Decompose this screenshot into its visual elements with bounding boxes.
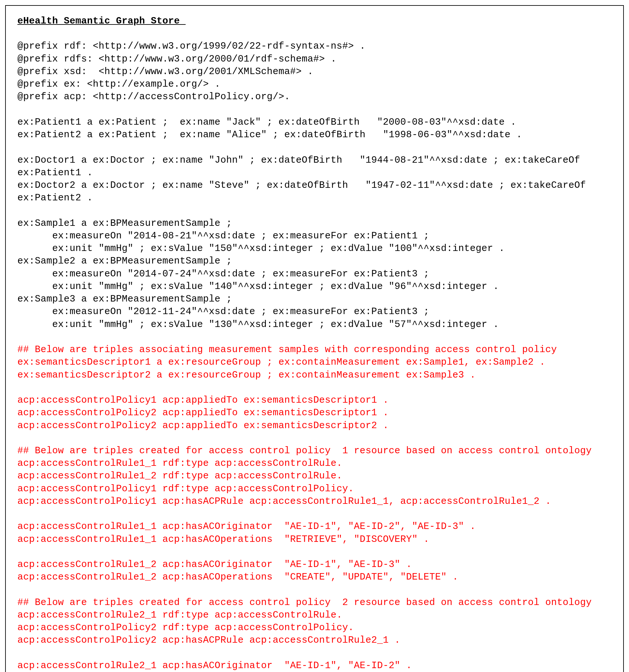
code-line: acp:accessControlRule1_1 acp:hasACOperat… bbox=[17, 534, 429, 545]
code-line: ex:Doctor1 a ex:Doctor ; ex:name "John" … bbox=[17, 154, 580, 166]
code-line: ex:Patient1 . bbox=[17, 167, 93, 178]
code-line: ex:Doctor2 a ex:Doctor ; ex:name "Steve"… bbox=[17, 180, 586, 191]
code-line: acp:accessControlPolicy1 acp:appliedTo e… bbox=[17, 394, 389, 406]
code-line: acp:accessControlRule1_2 acp:hasACOrigin… bbox=[17, 559, 412, 570]
code-line: ex:unit "mmHg" ; ex:sValue "150"^^xsd:in… bbox=[17, 243, 505, 254]
code-line: @prefix rdfs: <http://www.w3.org/2000/01… bbox=[17, 53, 336, 65]
code-line: ex:Patient2 a ex:Patient ; ex:name "Alic… bbox=[17, 129, 522, 140]
code-line: acp:accessControlRule2_1 rdf:type acp:ac… bbox=[17, 609, 342, 621]
code-line: ex:unit "mmHg" ; ex:sValue "130"^^xsd:in… bbox=[17, 319, 499, 330]
code-line: ex:unit "mmHg" ; ex:sValue "140"^^xsd:in… bbox=[17, 281, 499, 292]
code-line: ex:Patient1 a ex:Patient ; ex:name "Jack… bbox=[17, 117, 516, 127]
code-line: ## Below are triples associating measure… bbox=[17, 344, 557, 355]
code-line: acp:accessControlPolicy2 acp:appliedTo e… bbox=[17, 420, 389, 431]
code-line: ex:Sample3 a ex:BPMeasurementSample ; bbox=[17, 293, 232, 305]
code-line: ## Below are triples created for access … bbox=[17, 445, 591, 456]
code-line: acp:accessControlPolicy1 acp:hasACPRule … bbox=[17, 496, 551, 507]
code-line: ex:Sample1 a ex:BPMeasurementSample ; bbox=[17, 218, 232, 229]
code-line: ex:measureOn "2012-11-24"^^xsd:date ; ex… bbox=[17, 306, 429, 317]
code-line: acp:accessControlRule1_2 rdf:type acp:ac… bbox=[17, 470, 342, 481]
code-line: ex:semanticsDescriptor2 a ex:resourceGro… bbox=[17, 369, 475, 381]
code-line: ex:measureOn "2014-07-24"^^xsd:date ; ex… bbox=[17, 268, 429, 279]
code-line: acp:accessControlRule2_1 acp:hasACOrigin… bbox=[17, 660, 412, 671]
code-frame: eHealth Semantic Graph Store @prefix rdf… bbox=[5, 5, 624, 672]
code-line: @prefix rdf: <http://www.w3.org/1999/02/… bbox=[17, 41, 366, 51]
code-line: @prefix acp: <http://accessControlPolicy… bbox=[17, 91, 290, 102]
code-line: ex:Patient2 . bbox=[17, 192, 93, 203]
code-line: acp:accessControlRule1_1 acp:hasACOrigin… bbox=[17, 521, 475, 532]
code-line: acp:accessControlPolicy2 acp:appliedTo e… bbox=[17, 407, 389, 418]
code-line: ex:Sample2 a ex:BPMeasurementSample ; bbox=[17, 256, 232, 266]
code-line: ex:measureOn "2014-08-21"^^xsd:date ; ex… bbox=[17, 230, 429, 241]
code-line: acp:accessControlPolicy2 acp:hasACPRule … bbox=[17, 634, 400, 646]
code-line: @prefix ex: <http://example.org/> . bbox=[17, 79, 220, 90]
code-line: @prefix xsd: <http://www.w3.org/2001/XML… bbox=[17, 66, 313, 77]
code-line: acp:accessControlPolicy1 rdf:type acp:ac… bbox=[17, 483, 354, 494]
code-line: ex:semanticsDescriptor1 a ex:resourceGro… bbox=[17, 357, 545, 367]
code-line: acp:accessControlRule1_1 rdf:type acp:ac… bbox=[17, 458, 342, 469]
code-line: acp:accessControlPolicy2 rdf:type acp:ac… bbox=[17, 622, 354, 633]
code-line: ## Below are triples created for access … bbox=[17, 597, 591, 608]
document-title: eHealth Semantic Graph Store bbox=[17, 16, 186, 26]
code-line: acp:accessControlRule1_2 acp:hasACOperat… bbox=[17, 572, 458, 582]
